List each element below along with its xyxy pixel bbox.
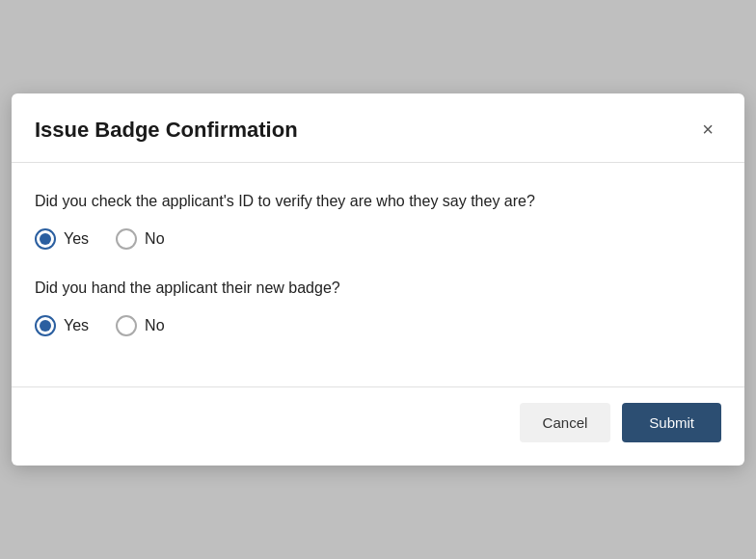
close-button[interactable]: ×: [694, 115, 721, 145]
question-1-no-label: No: [145, 230, 164, 248]
dialog-title: Issue Badge Confirmation: [35, 118, 298, 143]
question-2-no-label: No: [145, 317, 164, 334]
question-1-yes-option[interactable]: Yes: [35, 228, 89, 250]
question-2-yes-label: Yes: [64, 317, 89, 334]
cancel-button[interactable]: Cancel: [520, 403, 611, 442]
dialog: Issue Badge Confirmation × Did you check…: [12, 93, 744, 466]
question-1-text: Did you check the applicant's ID to veri…: [35, 190, 721, 213]
question-2-radio-group: Yes No: [35, 315, 721, 336]
question-1-no-radio[interactable]: [116, 228, 137, 250]
question-2-text: Did you hand the applicant their new bad…: [35, 277, 721, 300]
question-2-no-option[interactable]: No: [116, 315, 164, 336]
question-2-yes-radio[interactable]: [35, 315, 56, 336]
question-1-no-option[interactable]: No: [116, 228, 164, 250]
question-1-yes-label: Yes: [64, 230, 89, 248]
question-2-no-radio[interactable]: [116, 315, 137, 336]
question-2-yes-option[interactable]: Yes: [35, 315, 89, 336]
dialog-body: Did you check the applicant's ID to veri…: [12, 163, 744, 386]
question-2-block: Did you hand the applicant their new bad…: [35, 277, 721, 336]
dialog-footer: Cancel Submit: [12, 387, 744, 466]
dialog-overlay: Issue Badge Confirmation × Did you check…: [0, 0, 756, 559]
submit-button[interactable]: Submit: [622, 403, 721, 442]
question-1-radio-group: Yes No: [35, 228, 721, 250]
question-1-block: Did you check the applicant's ID to veri…: [35, 190, 721, 250]
dialog-header: Issue Badge Confirmation ×: [12, 93, 744, 163]
question-1-yes-radio[interactable]: [35, 228, 56, 250]
